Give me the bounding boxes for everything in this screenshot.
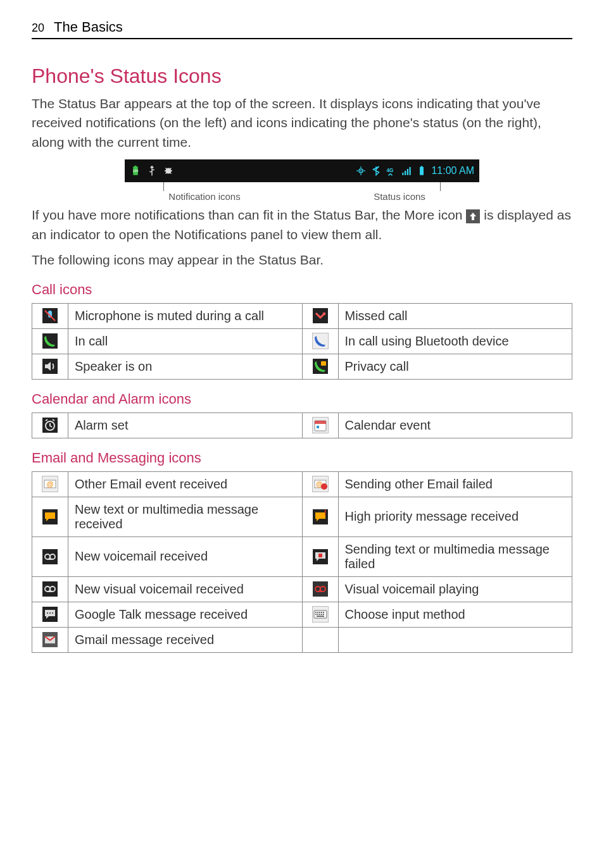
cell-privacy-call: Privacy call — [338, 354, 572, 379]
email-messaging-table: @ Other Email event received @ Sending o… — [32, 471, 572, 653]
privacy-call-icon — [313, 359, 328, 374]
visual-voicemail-icon — [42, 581, 58, 597]
page-number: 20 — [32, 22, 44, 35]
chapter-title: The Basics — [54, 19, 123, 35]
cell-new-voicemail: New voicemail received — [68, 536, 303, 576]
svg-point-45 — [47, 612, 48, 614]
svg-rect-58 — [323, 614, 324, 615]
svg-text:!: ! — [324, 509, 326, 516]
table-row: New voicemail received Sending text or m… — [32, 536, 572, 576]
svg-rect-15 — [313, 308, 328, 323]
debug-icon — [163, 165, 174, 177]
svg-rect-18 — [313, 359, 328, 374]
cell-input-method: Choose input method — [338, 602, 572, 627]
svg-rect-23 — [315, 421, 326, 424]
svg-point-5 — [360, 170, 362, 171]
svg-point-46 — [49, 612, 51, 614]
email-messaging-heading: Email and Messaging icons — [32, 450, 572, 466]
cell-gmail: Gmail message received — [68, 627, 303, 652]
svg-rect-16 — [42, 333, 58, 349]
cell-in-call: In call — [68, 328, 303, 354]
other-email-icon: @ — [42, 476, 58, 492]
svg-rect-11 — [420, 167, 424, 175]
new-voicemail-icon — [42, 549, 58, 564]
more-note-pre: If you have more notifications than can … — [32, 208, 466, 222]
svg-rect-51 — [319, 612, 320, 613]
cell-alarm-set: Alarm set — [68, 412, 303, 438]
cell-visual-vm: New visual voicemail received — [68, 576, 303, 602]
in-call-icon — [42, 333, 58, 349]
calendar-event-icon — [312, 417, 329, 433]
table-row: @ Other Email event received @ Sending o… — [32, 471, 572, 497]
table-row: Alarm set Calendar event — [32, 412, 572, 438]
svg-rect-54 — [315, 614, 317, 615]
calendar-alarm-table: Alarm set Calendar event — [32, 412, 572, 438]
usb-icon — [146, 165, 158, 177]
cell-calendar-event: Calendar event — [338, 412, 572, 438]
cell-new-message: New text or multimedia message received — [68, 497, 303, 536]
svg-text:@: @ — [46, 480, 53, 488]
statusbar-figure: 100 4G — [32, 159, 572, 202]
statusbar-time: 11:00 AM — [431, 165, 474, 177]
table-row: Speaker is on Privacy call — [32, 354, 572, 379]
google-talk-icon — [42, 607, 58, 622]
svg-rect-56 — [319, 614, 320, 615]
email-failed-icon: @ — [312, 476, 329, 492]
svg-point-47 — [52, 612, 53, 614]
table-row: Google Talk message received Choose inpu… — [32, 602, 572, 627]
cell-empty — [338, 627, 572, 652]
high-priority-msg-icon: ! — [313, 509, 328, 524]
missed-call-icon — [313, 308, 328, 323]
svg-rect-12 — [421, 166, 423, 168]
svg-rect-9 — [407, 169, 408, 175]
svg-point-29 — [321, 483, 327, 490]
svg-rect-59 — [317, 616, 324, 617]
4g-icon: 4G — [386, 165, 397, 177]
svg-text:4G: 4G — [387, 168, 394, 173]
statusbar-strip: 100 4G — [125, 159, 479, 182]
svg-rect-50 — [317, 612, 318, 613]
page-title: Phone's Status Icons — [32, 65, 572, 88]
svg-text:100: 100 — [133, 170, 139, 173]
svg-rect-55 — [317, 614, 318, 615]
bluetooth-icon — [370, 165, 382, 177]
caption-status-icons: Status icons — [320, 191, 479, 202]
cell-msg-failed: Sending text or multimedia message faile… — [338, 536, 572, 576]
svg-rect-24 — [317, 426, 319, 428]
svg-rect-10 — [410, 167, 411, 175]
cell-visual-vm-playing: Visual voicemail playing — [338, 576, 572, 602]
cell-high-priority: High priority message received — [338, 497, 572, 536]
signal-icon — [401, 165, 412, 177]
gmail-icon — [42, 632, 58, 647]
cell-email-failed: Sending other Email failed — [338, 471, 572, 497]
cell-speaker-on: Speaker is on — [68, 354, 303, 379]
table-row: Microphone is muted during a call Missed… — [32, 303, 572, 328]
call-icons-table: Microphone is muted during a call Missed… — [32, 303, 572, 380]
svg-rect-8 — [405, 171, 406, 175]
intro-paragraph: The Status Bar appears at the top of the… — [32, 94, 572, 152]
battery-icon — [416, 165, 427, 177]
svg-rect-57 — [321, 614, 322, 615]
page-header: 20 The Basics — [32, 19, 572, 39]
table-row: Gmail message received — [32, 627, 572, 652]
cell-in-call-bt: In call using Bluetooth device — [338, 328, 572, 354]
svg-rect-19 — [321, 361, 326, 366]
more-notifications-note: If you have more notifications than can … — [32, 206, 572, 244]
calendar-alarm-heading: Calendar and Alarm icons — [32, 391, 572, 407]
svg-rect-37 — [318, 554, 322, 557]
speaker-on-icon — [42, 359, 58, 374]
svg-rect-53 — [323, 612, 324, 613]
msg-failed-icon — [313, 549, 328, 564]
svg-rect-49 — [315, 612, 317, 613]
table-row: In call In call using Bluetooth device — [32, 328, 572, 354]
gps-icon — [355, 165, 367, 177]
cell-other-email: Other Email event received — [68, 471, 303, 497]
table-row: New visual voicemail received Visual voi… — [32, 576, 572, 602]
cell-google-talk: Google Talk message received — [68, 602, 303, 627]
visual-vm-playing-icon — [313, 581, 328, 597]
cell-mic-muted: Microphone is muted during a call — [68, 303, 303, 328]
call-icons-heading: Call icons — [32, 282, 572, 298]
input-method-icon — [312, 606, 329, 623]
alarm-set-icon — [42, 418, 58, 433]
battery-100-icon: 100 — [130, 165, 141, 177]
